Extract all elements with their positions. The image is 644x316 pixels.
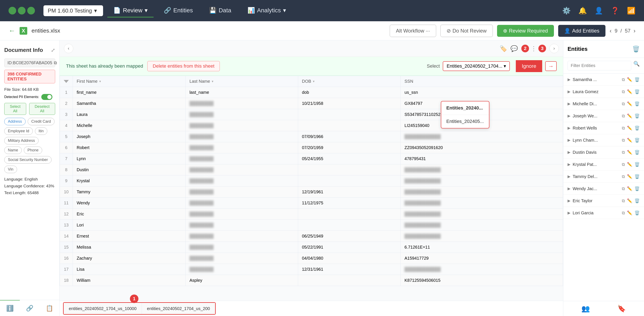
edit-icon[interactable]: ✏️ [627,126,632,131]
delete-icon[interactable]: 🗑️ [634,101,640,106]
delete-icon[interactable]: 🗑️ [634,186,640,191]
copy-icon[interactable]: ⧉ [622,138,625,143]
expand-icon[interactable]: ▶ [568,186,570,191]
comment-icon[interactable]: 💬 [510,45,518,52]
pii-toggle[interactable] [41,94,52,100]
tag-military-address[interactable]: Military Address [4,137,38,144]
delete-icon[interactable]: 🗑️ [634,210,640,215]
copy-icon[interactable]: ⧉ [622,210,625,215]
tag-name[interactable]: Name [4,147,22,154]
table-row[interactable]: 9Krystal████████████████████ [60,175,563,186]
bookmark-icon[interactable]: 🔖 [618,305,626,313]
table-row[interactable]: 15Melissa████████05/22/19916.71261E+11 [60,242,563,253]
entity-list-item[interactable]: ▶ Tammy Del... ⧉ ✏️ 🗑️ [563,170,644,183]
copy-icon[interactable]: ⧉ [622,101,625,106]
filter-entities-input[interactable] [568,61,631,70]
copy-icon[interactable]: ⧉ [622,77,625,82]
edit-icon[interactable]: ✏️ [627,174,632,179]
expand-icon[interactable]: ▶ [568,150,570,155]
delete-all-button[interactable]: 🗑️ [632,45,640,52]
delete-icon[interactable]: 🗑️ [634,77,640,82]
table-row[interactable]: 13Lori████████████████████ [60,220,563,231]
search-icon[interactable]: 🔍 [633,61,640,70]
expand-icon[interactable]: ▶ [568,138,570,143]
col-header-firstname[interactable]: First Name ▾ [73,76,186,87]
copy-icon[interactable]: ⧉ [622,89,625,94]
settings-icon[interactable]: ⚙️ [562,6,571,15]
tag-itin[interactable]: Itin [35,127,47,135]
entity-list-item[interactable]: ▶ Laura Gomez ⧉ ✏️ 🗑️ [563,86,644,98]
tab-report[interactable]: 📋 [40,300,60,316]
copy-icon[interactable]: ⧉ [54,60,57,65]
expand-icon[interactable]: ▶ [568,174,570,179]
expand-icon[interactable]: ▶ [568,114,570,118]
confirm-arrow-button[interactable]: → [545,61,557,71]
delete-icon[interactable]: 🗑️ [634,150,640,155]
user-icon[interactable]: 👤 [594,6,603,15]
edit-icon[interactable]: ✏️ [627,150,632,155]
edit-icon[interactable]: ✏️ [627,210,632,215]
entity-list-item[interactable]: ▶ Wendy Jac... ⧉ ✏️ 🗑️ [563,183,644,195]
entity-list-item[interactable]: ▶ Robert Wells ⧉ ✏️ 🗑️ [563,122,644,134]
prev-page-button[interactable]: ‹ [610,27,612,34]
dropdown-option-2[interactable]: Entities_202405... [441,115,489,128]
copy-icon[interactable]: ⧉ [622,162,625,167]
expand-icon[interactable]: ▶ [568,126,570,130]
tag-phone[interactable]: Phone [24,147,42,154]
tag-employee-id[interactable]: Employee Id [4,127,33,135]
deselect-all-button[interactable]: Deselect All [29,103,55,115]
tag-ssn[interactable]: Social Security Number [4,156,52,163]
table-row[interactable]: 11Wendy████████11/12/1975████████████ [60,197,563,209]
alt-workflow-button[interactable]: Alt Workflow ··· [390,25,436,37]
nav-item-analytics[interactable]: 📊 Analytics ▾ [242,4,292,17]
nav-item-review[interactable]: 📄 Review ▾ [107,4,154,17]
prev-nav-button[interactable]: ‹ [64,44,73,53]
group-icon[interactable]: 👥 [582,305,590,313]
nav-item-data[interactable]: 💾 Data [203,4,237,17]
tag-icon[interactable]: 🏷️ [500,45,507,52]
copy-icon[interactable]: ⧉ [622,186,625,191]
bell-icon[interactable]: 🔔 [578,6,587,15]
entity-list-item[interactable]: ▶ Eric Taylor ⧉ ✏️ 🗑️ [563,195,644,207]
next-nav-button[interactable]: › [550,44,559,53]
edit-icon[interactable]: ✏️ [627,198,632,203]
table-row[interactable]: 17Lisa████████12/31/1961████████████ [60,264,563,275]
entity-group-select[interactable]: Entities_20240502_1704... ▾ [443,61,510,71]
delete-icon[interactable]: 🗑️ [634,89,640,94]
expand-icon[interactable]: ▶ [568,77,570,82]
table-row[interactable]: 8Dustin████████████████████ [60,164,563,175]
edit-icon[interactable]: ✏️ [627,186,632,191]
ignore-button[interactable]: Ignore [516,60,542,72]
tab-workflow[interactable]: 🔗 [20,300,40,316]
delete-entities-button[interactable]: Delete entities from this sheet [147,61,220,71]
table-row[interactable]: 1first_namelast_namedobus_ssn [60,87,563,98]
more-options-icon[interactable]: ⋮ [531,45,537,52]
expand-icon[interactable]: ▶ [568,101,570,106]
entity-list-item[interactable]: ▶ Krystal Pat... ⧉ ✏️ 🗑️ [563,158,644,170]
expand-icon[interactable]: ▶ [568,162,570,167]
entity-list-item[interactable]: ▶ Michelle Di... ⧉ ✏️ 🗑️ [563,98,644,110]
delete-icon[interactable]: 🗑️ [634,113,640,119]
help-icon[interactable]: ❓ [611,6,619,15]
table-row[interactable]: 10Tammy████████12/19/1961████████████ [60,186,563,197]
copy-icon[interactable]: ⧉ [622,198,625,203]
delete-icon[interactable]: 🗑️ [634,126,640,131]
entity-list-item[interactable]: ▶ Lori Garcia ⧉ ✏️ 🗑️ [563,207,644,219]
dropdown-option-1[interactable]: Entities_20240... [441,101,489,115]
sheet-tab-2[interactable]: entities_20240502_1704_us_200 [142,303,215,314]
tag-vin[interactable]: Vin [4,166,17,173]
copy-icon[interactable]: ⧉ [622,114,625,119]
table-row[interactable]: 5Joseph████████07/09/1966████████████ [60,131,563,142]
table-row[interactable]: 12Eric████████████████████ [60,209,563,220]
review-required-button[interactable]: ⊕ Review Required [497,25,554,37]
table-row[interactable]: 6Robert████████07/20/1959ZZ0943505209162… [60,142,563,153]
sheet-tab-1[interactable]: entities_20240502_1704_us_10000 [64,303,142,314]
col-header-dob[interactable]: DOB ▾ [298,76,400,87]
delete-icon[interactable]: 🗑️ [634,162,640,167]
next-page-button[interactable]: › [634,27,636,34]
select-all-button[interactable]: Select All [4,103,26,115]
edit-icon[interactable]: ✏️ [627,77,632,82]
tag-credit-card[interactable]: Credit Card [28,118,54,125]
do-not-review-button[interactable]: ⊘ Do Not Review [440,25,493,37]
edit-icon[interactable]: ✏️ [627,138,632,143]
